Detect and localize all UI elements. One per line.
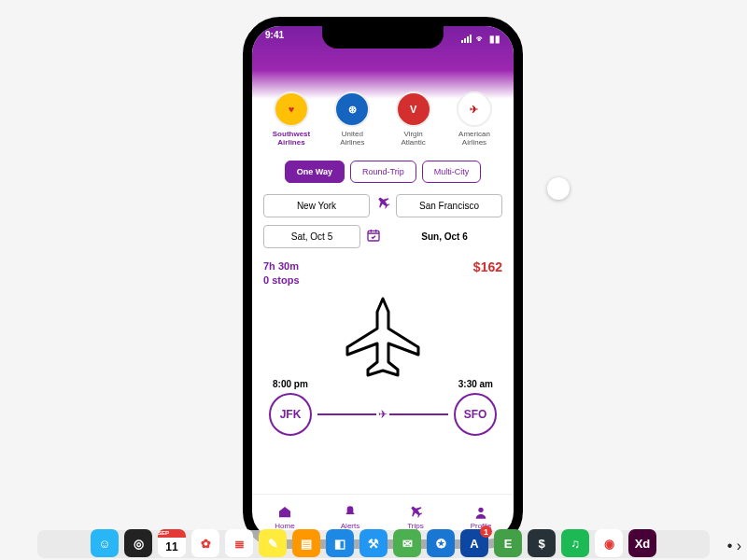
profile-icon <box>473 505 488 520</box>
floating-cursor <box>547 177 570 200</box>
dock-adobe-xd-icon[interactable]: Xd <box>628 529 656 557</box>
origin-field[interactable]: New York <box>263 194 370 217</box>
duration-text: 7h 30m <box>263 259 300 273</box>
airline-label: VirginAtlantic <box>402 131 426 147</box>
airline-logo-icon: V <box>396 91 431 127</box>
trip-type-one-way[interactable]: One Way <box>285 161 345 183</box>
alerts-icon <box>343 505 358 520</box>
badge: 1 <box>480 525 492 538</box>
dock-preview-icon[interactable]: ◧ <box>326 529 354 557</box>
return-date[interactable]: Sun, Oct 6 <box>387 231 502 242</box>
depart-date-field[interactable]: Sat, Oct 5 <box>263 225 360 248</box>
dock-spotify-icon[interactable]: ♫ <box>561 529 589 557</box>
status-time: 9:41 <box>265 30 284 47</box>
airline-logo-icon: ♥ <box>274 91 309 127</box>
dock-safari-icon[interactable]: ✪ <box>427 529 455 557</box>
flight-summary: 7h 30m 0 stops $162 <box>263 259 502 288</box>
dest-code: SFO <box>454 393 497 436</box>
phone-mockup: 9:41 ᯤ ▮▮ ♥ SouthwestAirlines⊛ UnitedAir… <box>243 17 523 549</box>
wifi-icon: ᯤ <box>476 34 486 44</box>
airline-label: AmericanAirlines <box>458 131 490 147</box>
svg-point-1 <box>478 507 483 511</box>
flight-track: ✈ <box>317 413 448 415</box>
dock-siri-icon[interactable]: ◎ <box>124 529 152 557</box>
airline-label: SouthwestAirlines <box>273 131 310 147</box>
notch <box>322 24 444 49</box>
macos-dock: ☺◎SEP11✿≣✎▤◧⚒✉✪A1E$♫◉Xd <box>0 522 747 560</box>
dock-finder-icon[interactable]: ☺ <box>91 529 119 557</box>
trips-icon <box>408 505 423 520</box>
origin-code: JFK <box>269 393 312 436</box>
plane-mini-icon: ✈ <box>376 408 389 421</box>
dock-messages-icon[interactable]: ✉ <box>393 529 421 557</box>
dock-books-icon[interactable]: ▤ <box>292 529 320 557</box>
trip-type-round-trip[interactable]: Round-Trip <box>350 161 416 183</box>
price-text: $162 <box>473 259 502 288</box>
dock-reminders-icon[interactable]: ≣ <box>225 529 253 557</box>
status-indicators: ᯤ ▮▮ <box>461 30 500 47</box>
airline-logo-icon: ⊛ <box>334 91 370 127</box>
dock-app-store-icon[interactable]: A1 <box>460 529 488 557</box>
plane-icon <box>375 196 390 215</box>
airplane-illustration <box>263 289 502 383</box>
dock-overflow: • › <box>727 538 741 554</box>
airline-logo-icon: ✈ <box>457 91 492 127</box>
dock-photos-icon[interactable]: ✿ <box>191 529 219 557</box>
svg-rect-0 <box>368 231 379 241</box>
signal-icon <box>461 35 472 42</box>
dock-xcode-icon[interactable]: ⚒ <box>359 529 388 557</box>
dock-evernote-icon[interactable]: E <box>494 529 522 557</box>
dock-notes-icon[interactable]: ✎ <box>259 529 287 557</box>
calendar-icon[interactable] <box>366 228 381 245</box>
trip-type-multi-city[interactable]: Multi-City <box>422 161 482 183</box>
home-icon <box>277 505 292 520</box>
dock-calendar-icon[interactable]: SEP11 <box>158 529 186 557</box>
destination-field[interactable]: San Francisco <box>396 194 502 217</box>
dock-chrome-icon[interactable]: ◉ <box>595 529 623 557</box>
depart-time: 8:00 pm <box>273 379 308 389</box>
airline-american-airlines[interactable]: ✈ AmericanAirlines <box>446 91 502 147</box>
airline-united-airlines[interactable]: ⊛ UnitedAirlines <box>324 91 380 147</box>
dock-iterm-icon[interactable]: $ <box>528 529 556 557</box>
stops-text: 0 stops <box>263 273 300 287</box>
airport-codes-row: JFK ✈ SFO <box>263 393 502 436</box>
arrive-time: 3:30 am <box>458 379 493 389</box>
airline-virgin-atlantic[interactable]: V VirginAtlantic <box>386 91 442 147</box>
battery-icon: ▮▮ <box>489 34 500 44</box>
airline-southwest-airlines[interactable]: ♥ SouthwestAirlines <box>263 91 319 147</box>
airline-label: UnitedAirlines <box>340 131 364 147</box>
route-row: New York San Francisco <box>263 194 502 217</box>
dates-row: Sat, Oct 5 Sun, Oct 6 <box>263 225 502 248</box>
